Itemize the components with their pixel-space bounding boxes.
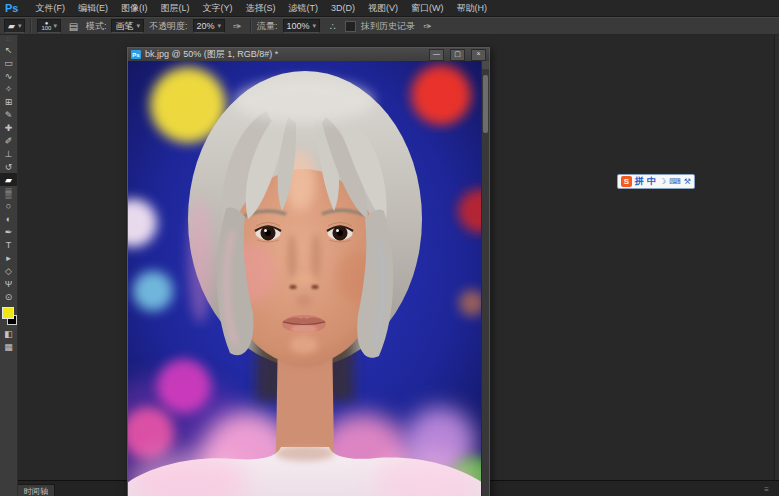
chevron-down-icon: ▾ (218, 20, 222, 32)
menu-view[interactable]: 视图(V) (368, 2, 398, 15)
menu-window[interactable]: 窗口(W) (411, 2, 444, 15)
document-title-bar[interactable]: Ps bk.jpg @ 50% (图层 1, RGB/8#) * — ▢ × (128, 48, 489, 61)
chevron-down-icon: ▾ (18, 20, 22, 32)
tool-clone-stamp[interactable]: ⊥ (0, 147, 17, 160)
menu-layer[interactable]: 图层(L) (160, 2, 189, 15)
tool-shape[interactable]: ◇ (0, 264, 17, 277)
brush-preset-picker[interactable]: ● 100 ▾ (37, 19, 61, 33)
tool-hand[interactable]: Ψ (0, 277, 17, 290)
panel-grip-icon[interactable]: ≡ (764, 485, 769, 494)
eraser-tool-icon: ▰ (8, 20, 15, 32)
brush-panel-toggle-button[interactable]: ▤ (66, 19, 81, 33)
menu-select[interactable]: 选择(S) (245, 2, 275, 15)
separator (30, 19, 32, 33)
airbrush-button[interactable]: ∴ (325, 19, 340, 33)
sogou-logo-icon[interactable]: S (621, 176, 632, 187)
foreground-color-swatch[interactable] (2, 307, 14, 319)
scrollbar-cap (482, 61, 489, 69)
tool-eraser[interactable]: ▰ (0, 173, 17, 186)
chevron-down-icon: ▾ (136, 20, 140, 32)
menu-type[interactable]: 文字(Y) (202, 2, 232, 15)
opacity-label: 不透明度: (149, 20, 188, 33)
separator (250, 19, 252, 33)
brush-size-value: 100 (41, 26, 51, 31)
restore-button[interactable]: ▢ (450, 49, 465, 61)
keyboard-icon[interactable]: ⌨ (669, 176, 681, 187)
ime-language-bar[interactable]: S 拼 中 ☽ ⌨ ⚒ (617, 174, 695, 189)
menu-file[interactable]: 文件(F) (35, 2, 65, 15)
screen-mode-button[interactable]: ▦ (0, 340, 17, 353)
moon-icon[interactable]: ☽ (659, 176, 666, 187)
tool-dodge[interactable]: ◐ (0, 212, 17, 225)
tool-marquee[interactable]: ▭ (0, 56, 17, 69)
chevron-down-icon: ▾ (53, 20, 57, 32)
tool-gradient[interactable]: ▒ (0, 186, 17, 199)
color-swatches (0, 305, 17, 327)
document-title: bk.jpg @ 50% (图层 1, RGB/8#) * (145, 48, 423, 61)
chevron-down-icon: ▾ (313, 20, 317, 32)
photoshop-app: Ps 文件(F) 编辑(E) 图像(I) 图层(L) 文字(Y) 选择(S) 滤… (0, 0, 779, 496)
vertical-scrollbar[interactable] (481, 61, 489, 496)
flow-value: 100% (287, 20, 310, 32)
menu-bar: Ps 文件(F) 编辑(E) 图像(I) 图层(L) 文字(Y) 选择(S) 滤… (0, 0, 779, 17)
scrollbar-thumb[interactable] (483, 75, 488, 133)
tab-timeline[interactable]: 时间轴 (17, 484, 55, 496)
menu-3d[interactable]: 3D(D) (331, 3, 355, 13)
wrench-icon[interactable]: ⚒ (684, 176, 691, 187)
tool-type[interactable]: T (0, 238, 17, 251)
menu-edit[interactable]: 编辑(E) (78, 2, 108, 15)
erase-to-history-label: 抹到历史记录 (361, 20, 415, 33)
tool-healing-brush[interactable]: ✚ (0, 121, 17, 134)
chinese-mode-indicator[interactable]: 中 (647, 176, 656, 187)
panel-edge (775, 35, 779, 496)
tool-preset-picker[interactable]: ▰ ▾ (4, 19, 25, 33)
opacity-input[interactable]: 20% ▾ (193, 19, 226, 33)
tool-zoom[interactable]: ⊙ (0, 290, 17, 303)
size-pressure-button[interactable]: ✑ (420, 19, 435, 33)
pinyin-indicator[interactable]: 拼 (635, 176, 644, 187)
canvas[interactable] (128, 61, 482, 496)
minimize-button[interactable]: — (429, 49, 444, 61)
close-button[interactable]: × (471, 49, 486, 61)
flow-input[interactable]: 100% ▾ (283, 19, 321, 33)
mode-dropdown[interactable]: 画笔 ▾ (111, 19, 144, 33)
erase-to-history-checkbox[interactable] (345, 21, 356, 32)
portrait-image (128, 61, 482, 496)
tool-pen[interactable]: ✒ (0, 225, 17, 238)
opacity-value: 20% (197, 20, 215, 32)
menu-filter[interactable]: 滤镜(T) (288, 2, 318, 15)
tools-panel: ∷ ↖ ▭ ∿ ✧ ⊞ ✎ ✚ ✐ ⊥ ↺ ▰ ▒ ○ ◐ ✒ T ▸ ◇ Ψ … (0, 35, 18, 496)
tool-path-selection[interactable]: ▸ (0, 251, 17, 264)
tool-quick-selection[interactable]: ✧ (0, 82, 17, 95)
opacity-pressure-button[interactable]: ✑ (230, 19, 245, 33)
mode-label: 模式: (86, 20, 107, 33)
brush-preview: ● 100 (41, 21, 51, 31)
tool-options-bar: ▰ ▾ ● 100 ▾ ▤ 模式: 画笔 ▾ 不透明度: 20% ▾ ✑ 流量:… (0, 17, 779, 35)
tool-eyedropper[interactable]: ✎ (0, 108, 17, 121)
file-type-icon: Ps (131, 50, 141, 59)
mode-value: 画笔 (115, 20, 133, 32)
collapse-toolbar-icon[interactable]: ∷ (0, 35, 17, 43)
menu-help[interactable]: 帮助(H) (456, 2, 487, 15)
tool-history-brush[interactable]: ↺ (0, 160, 17, 173)
menu-image[interactable]: 图像(I) (121, 2, 148, 15)
tool-blur[interactable]: ○ (0, 199, 17, 212)
quick-mask-button[interactable]: ◧ (0, 327, 17, 340)
ps-logo: Ps (5, 2, 18, 14)
tool-crop[interactable]: ⊞ (0, 95, 17, 108)
flow-label: 流量: (257, 20, 278, 33)
tool-move[interactable]: ↖ (0, 43, 17, 56)
tool-brush[interactable]: ✐ (0, 134, 17, 147)
document-window: Ps bk.jpg @ 50% (图层 1, RGB/8#) * — ▢ × (127, 47, 490, 496)
tool-lasso[interactable]: ∿ (0, 69, 17, 82)
